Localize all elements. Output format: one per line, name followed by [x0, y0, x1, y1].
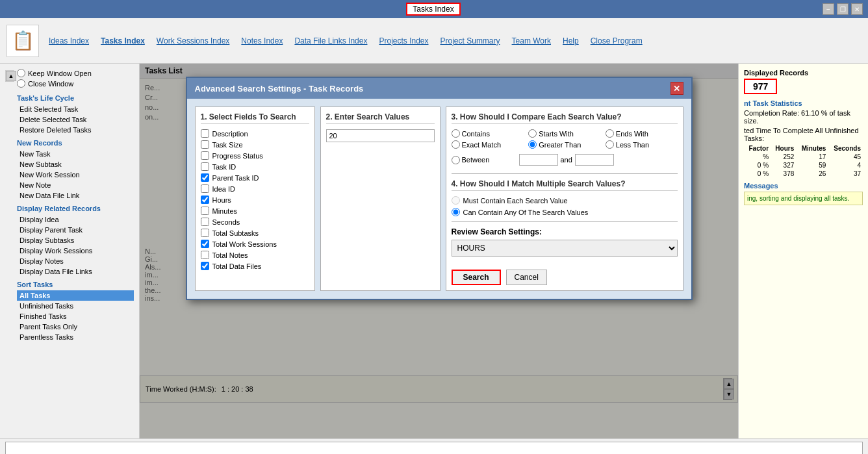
sidebar-display-idea[interactable]: Display Idea: [17, 214, 134, 225]
menu-bar: 📋 Ideas Index Tasks Index Work Sessions …: [0, 18, 868, 64]
field-total-work-sessions-check[interactable]: [201, 240, 209, 248]
field-idea-id[interactable]: Idea ID: [201, 184, 309, 193]
match-must-contain: Must Contain Each Search Value: [452, 196, 678, 205]
field-hours[interactable]: Hours: [201, 195, 309, 204]
modal-col4-title: 4. How Should I Match Multiple Search Va…: [452, 179, 678, 191]
sidebar-restore-tasks[interactable]: Restore Deleted Tasks: [17, 125, 134, 135]
field-total-notes-check[interactable]: [201, 251, 209, 259]
sidebar-new-note[interactable]: New Note: [17, 180, 134, 190]
field-seconds[interactable]: Seconds: [201, 218, 309, 226]
field-task-size-check[interactable]: [201, 140, 209, 149]
sidebar-parentless-tasks[interactable]: Parentless Tasks: [17, 332, 134, 342]
field-parent-task-id[interactable]: Parent Task ID: [201, 173, 309, 182]
nav-help[interactable]: Help: [563, 36, 579, 45]
between-from-input[interactable]: [519, 154, 558, 166]
field-total-data-files-check[interactable]: [201, 262, 209, 270]
sidebar-all-tasks[interactable]: All Tasks: [17, 290, 134, 301]
nav-close-program[interactable]: Close Program: [591, 36, 643, 45]
nav-notes-index[interactable]: Notes Index: [241, 36, 283, 45]
sidebar-display-parent-task[interactable]: Display Parent Task: [17, 225, 134, 235]
restore-button[interactable]: ❐: [837, 3, 849, 15]
compare-contains[interactable]: Contains: [452, 129, 524, 138]
field-task-size[interactable]: Task Size: [201, 140, 309, 149]
compare-ends-with-radio[interactable]: [606, 129, 614, 138]
sidebar-finished-tasks[interactable]: Finished Tasks: [17, 311, 134, 322]
close-button[interactable]: ✕: [851, 3, 863, 15]
field-parent-task-id-check[interactable]: [201, 173, 209, 182]
field-seconds-check[interactable]: [201, 218, 209, 226]
between-to-input[interactable]: [575, 154, 614, 166]
stats-row-1: % 252 17 45: [744, 153, 863, 161]
modal-search-button[interactable]: Search: [452, 270, 501, 285]
compare-less-than[interactable]: Less Than: [606, 140, 678, 149]
sidebar-display-data-file-links[interactable]: Display Data File Links: [17, 266, 134, 277]
modal-cancel-button[interactable]: Cancel: [506, 270, 547, 285]
field-total-subtasks[interactable]: Total Subtasks: [201, 229, 309, 237]
review-select[interactable]: HOURS PARENT TASK ID TOTAL WORK SESSIONS…: [452, 240, 678, 257]
compare-contains-radio[interactable]: [452, 129, 460, 138]
match-can-contain-radio[interactable]: [452, 208, 460, 216]
nav-tasks-index[interactable]: Tasks Index: [101, 36, 145, 45]
nav-ideas-index[interactable]: Ideas Index: [49, 36, 89, 45]
sidebar-new-task[interactable]: New Task: [17, 149, 134, 159]
field-total-notes[interactable]: Total Notes: [201, 251, 309, 259]
field-minutes-check[interactable]: [201, 207, 209, 215]
sidebar-new-subtask[interactable]: New Subtask: [17, 159, 134, 170]
field-minutes[interactable]: Minutes: [201, 207, 309, 215]
field-total-subtasks-check[interactable]: [201, 229, 209, 237]
field-idea-id-check[interactable]: [201, 184, 209, 193]
keep-window-open-option[interactable]: Keep Window Open: [17, 69, 134, 77]
sidebar-edit-task[interactable]: Edit Selected Task: [17, 104, 134, 114]
sidebar-parent-tasks-only[interactable]: Parent Tasks Only: [17, 322, 134, 332]
close-window-option[interactable]: Close Window: [17, 79, 134, 88]
compare-between-radio[interactable]: [452, 156, 460, 164]
sidebar-scroll-up[interactable]: ▲: [6, 71, 16, 81]
bottom-bar: Search Advanced Search Reset: [0, 438, 868, 454]
modal-col3-title: 3. How Should I Compare Each Search Valu…: [452, 112, 678, 124]
sidebar-new-data-file-link[interactable]: New Data File Link: [17, 190, 134, 201]
sidebar-display-notes[interactable]: Display Notes: [17, 256, 134, 266]
compare-starts-with[interactable]: Starts With: [528, 129, 600, 138]
field-total-data-files[interactable]: Total Data Files: [201, 262, 309, 270]
sidebar-new-work-session[interactable]: New Work Session: [17, 170, 134, 180]
nav-projects-index[interactable]: Projects Index: [379, 36, 428, 45]
compare-exact-match[interactable]: Exact Match: [452, 140, 524, 149]
nav-project-summary[interactable]: Project Summary: [440, 36, 500, 45]
search-value-input[interactable]: [326, 129, 435, 142]
match-can-contain[interactable]: Can Contain Any Of The Search Values: [452, 208, 678, 216]
title-text: Tasks Index: [406, 3, 460, 16]
match-can-contain-label: Can Contain Any Of The Search Values: [463, 208, 589, 216]
minimize-button[interactable]: −: [823, 3, 834, 15]
sidebar-display-work-sessions[interactable]: Display Work Sessions: [17, 246, 134, 256]
compare-starts-with-radio[interactable]: [528, 129, 537, 138]
stats-r2-minutes: 59: [796, 161, 828, 170]
compare-exact-match-radio[interactable]: [452, 140, 460, 149]
field-total-work-sessions[interactable]: Total Work Sessions: [201, 240, 309, 248]
compare-greater-than-radio[interactable]: [528, 140, 537, 149]
field-progress-status[interactable]: Progress Status: [201, 151, 309, 160]
compare-greater-than[interactable]: Greater Than: [528, 140, 600, 149]
sidebar-unfinished-tasks[interactable]: Unfinished Tasks: [17, 301, 134, 311]
compare-between[interactable]: Between: [452, 156, 517, 164]
field-task-id-check[interactable]: [201, 162, 209, 171]
modal-body: 1. Select Fields To Search Description T…: [187, 99, 691, 299]
compare-ends-with[interactable]: Ends With: [606, 129, 678, 138]
field-progress-check[interactable]: [201, 151, 209, 160]
sidebar-delete-task[interactable]: Delete Selected Task: [17, 114, 134, 125]
stats-col-seconds: Seconds: [828, 144, 863, 153]
close-window-radio[interactable]: [17, 79, 25, 88]
advanced-search-modal: Advanced Search Settings - Task Records …: [186, 77, 693, 300]
field-description-check[interactable]: [201, 129, 209, 138]
nav-work-sessions-index[interactable]: Work Sessions Index: [157, 36, 230, 45]
sidebar-display-subtasks[interactable]: Display Subtasks: [17, 235, 134, 246]
modal-close-button[interactable]: ✕: [670, 82, 683, 95]
nav-data-file-links-index[interactable]: Data File Links Index: [294, 36, 367, 45]
nav-team-work[interactable]: Team Work: [512, 36, 551, 45]
keep-window-radio[interactable]: [17, 69, 25, 77]
stats-col-minutes: Minutes: [796, 144, 828, 153]
field-task-id[interactable]: Task ID: [201, 162, 309, 171]
field-hours-check[interactable]: [201, 195, 209, 204]
field-description[interactable]: Description: [201, 129, 309, 138]
compare-less-than-radio[interactable]: [606, 140, 614, 149]
main-search-input[interactable]: [5, 442, 863, 454]
